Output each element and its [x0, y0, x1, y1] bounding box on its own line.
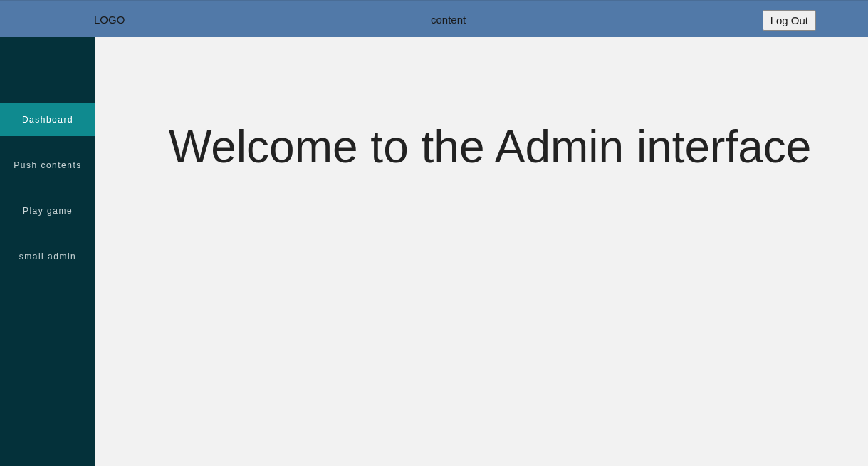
sidebar-item-label: Push contents: [14, 160, 82, 170]
sidebar-item-small-admin[interactable]: small admin: [0, 239, 95, 273]
logo: LOGO: [94, 14, 125, 26]
sidebar-item-dashboard[interactable]: Dashboard: [0, 103, 95, 136]
sidebar-item-push-contents[interactable]: Push contents: [0, 148, 95, 182]
topbar: LOGO content Log Out: [0, 1, 868, 37]
sidebar: Dashboard Push contents Play game small …: [0, 37, 95, 466]
header-content-label: content: [431, 14, 466, 26]
sidebar-spacer: [0, 37, 95, 103]
main-content: Welcome to the Admin interface: [95, 37, 868, 466]
sidebar-item-label: Play game: [23, 206, 73, 216]
sidebar-item-play-game[interactable]: Play game: [0, 194, 95, 227]
sidebar-item-label: small admin: [19, 252, 77, 262]
logout-button[interactable]: Log Out: [763, 10, 816, 31]
sidebar-item-label: Dashboard: [22, 115, 73, 125]
page-heading: Welcome to the Admin interface: [169, 120, 811, 173]
